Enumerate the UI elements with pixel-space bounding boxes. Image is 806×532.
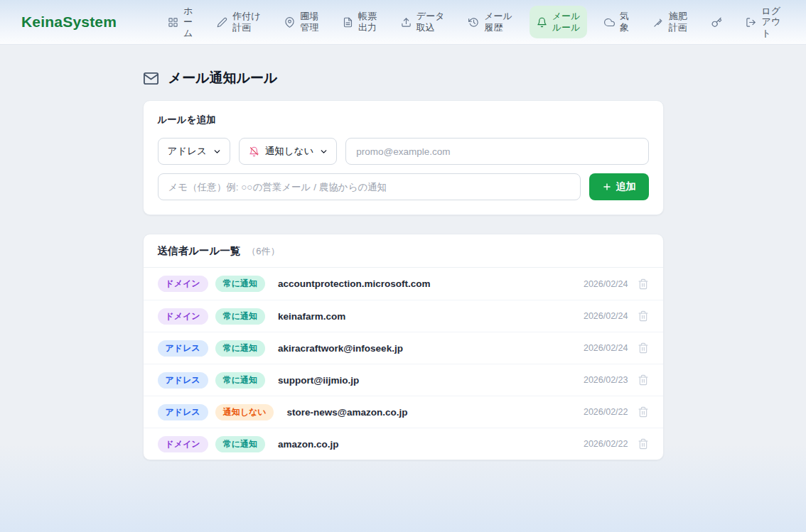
rule-type-badge: アドレス	[158, 372, 208, 389]
nav-item-mail-rules[interactable]: メール ルール	[530, 6, 588, 38]
nav-item-label: 気 象	[620, 11, 629, 33]
rule-address: akiracraftwork@infoseek.jp	[278, 343, 403, 354]
page-title: メール通知ルール	[168, 69, 278, 87]
nav-item-label: 帳票 出力	[358, 11, 377, 33]
trowel-icon	[653, 17, 664, 28]
nav-item-planting[interactable]: 作付け 計画	[210, 6, 267, 38]
delete-rule-button[interactable]	[638, 278, 649, 290]
nav-item-label: ホ ー ム	[183, 6, 193, 39]
top-navigation-bar: KeinaSystem ホ ー ム作付け 計画圃場 管理帳票 出力データ 取込メ…	[0, 0, 806, 45]
trash-icon	[638, 438, 649, 450]
nav-item-import[interactable]: データ 取込	[394, 6, 452, 38]
rule-type-badge: ドメイン	[158, 276, 208, 292]
rule-date: 2026/02/23	[584, 375, 628, 385]
rule-type-value: アドレス	[168, 145, 207, 158]
brand-logo[interactable]: KeinaSystem	[21, 13, 117, 31]
nav-item-label: ログ アウ ト	[761, 6, 780, 39]
rule-type-select[interactable]: アドレス	[158, 138, 230, 165]
rule-action-badge: 通知しない	[215, 404, 274, 420]
nav-item-label: メール 履歴	[484, 11, 512, 33]
rule-address: store-news@amazon.co.jp	[286, 407, 407, 418]
mail-icon	[143, 70, 159, 87]
rule-type-badge: ドメイン	[158, 308, 208, 325]
email-field[interactable]	[345, 138, 648, 165]
key-icon	[711, 17, 722, 28]
rule-type-badge: アドレス	[158, 340, 208, 357]
rule-action-badge: 常に通知	[215, 372, 265, 389]
rule-action-select[interactable]: 通知しない	[239, 138, 337, 165]
history-icon	[468, 17, 479, 28]
map-pin-icon	[284, 17, 295, 28]
main-nav: ホ ー ム作付け 計画圃場 管理帳票 出力データ 取込メール 履歴メール ルール…	[161, 1, 788, 44]
rule-address: accountprotection.microsoft.com	[278, 278, 431, 289]
trash-icon	[638, 342, 649, 354]
nav-item-home[interactable]: ホ ー ム	[161, 1, 200, 44]
nav-item-logout[interactable]: ログ アウ ト	[738, 1, 788, 44]
chevron-down-icon	[213, 147, 222, 156]
nav-item-reports[interactable]: 帳票 出力	[335, 6, 384, 38]
rules-count: （6件）	[247, 245, 279, 258]
sender-rules-card: 送信者ルール一覧 （6件） ドメイン常に通知accountprotection.…	[143, 234, 664, 460]
rule-type-badge: アドレス	[158, 404, 208, 420]
add-rule-label: ルールを追加	[158, 114, 649, 126]
rules-list: ドメイン常に通知accountprotection.microsoft.com2…	[144, 268, 663, 460]
rule-row: アドレス通知しないstore-news@amazon.co.jp2026/02/…	[144, 396, 663, 428]
rule-row: ドメイン常に通知accountprotection.microsoft.com2…	[144, 268, 663, 300]
plus-icon	[602, 182, 612, 192]
rule-address: keinafarm.com	[278, 311, 345, 322]
grid-icon	[168, 17, 178, 28]
add-rule-card: ルールを追加 アドレス 通知しない 追加	[143, 100, 664, 215]
add-rule-button[interactable]: 追加	[589, 173, 649, 200]
bell-icon	[537, 17, 547, 28]
rule-type-badge: ドメイン	[158, 436, 208, 452]
rules-list-title: 送信者ルール一覧	[158, 244, 241, 258]
delete-rule-button[interactable]	[638, 310, 649, 322]
delete-rule-button[interactable]	[638, 342, 649, 354]
rules-list-header: 送信者ルール一覧 （6件）	[144, 234, 663, 268]
rule-date: 2026/02/24	[584, 311, 628, 321]
log-out-icon	[746, 17, 756, 28]
rule-date: 2026/02/22	[584, 407, 628, 417]
chevron-down-icon	[319, 147, 328, 156]
delete-rule-button[interactable]	[638, 406, 649, 418]
trash-icon	[638, 278, 649, 290]
pencil-icon	[217, 17, 227, 28]
rule-action-badge: 常に通知	[215, 276, 265, 292]
rule-row: アドレス常に通知support@iijmio.jp2026/02/23	[144, 364, 663, 396]
nav-item-fertilizer[interactable]: 施肥 計画	[646, 6, 694, 38]
delete-rule-button[interactable]	[638, 438, 649, 450]
nav-item-mail-history[interactable]: メール 履歴	[461, 6, 520, 38]
delete-rule-button[interactable]	[638, 374, 649, 386]
upload-icon	[401, 17, 412, 28]
cloud-icon	[604, 17, 615, 28]
nav-item-label: 施肥 計画	[669, 11, 687, 33]
rule-date: 2026/02/22	[584, 439, 628, 449]
nav-item-label: メール ルール	[552, 11, 581, 33]
rule-row: ドメイン常に通知amazon.co.jp2026/02/22	[144, 428, 663, 460]
rule-row: ドメイン常に通知keinafarm.com2026/02/24	[144, 300, 663, 332]
nav-item-label: 圃場 管理	[300, 11, 318, 33]
rule-action-badge: 常に通知	[215, 436, 265, 452]
rule-row: アドレス常に通知akiracraftwork@infoseek.jp2026/0…	[144, 332, 663, 364]
trash-icon	[638, 406, 649, 418]
trash-icon	[638, 374, 649, 386]
page-header: メール通知ルール	[143, 45, 664, 87]
rule-address: support@iijmio.jp	[278, 375, 359, 386]
trash-icon	[638, 310, 649, 322]
nav-item-label: 作付け 計画	[232, 11, 260, 33]
rule-action-badge: 常に通知	[215, 340, 265, 357]
rule-action-value: 通知しない	[265, 145, 313, 158]
bell-off-icon	[249, 146, 259, 157]
nav-item-weather[interactable]: 気 象	[597, 6, 636, 38]
nav-item-label: データ 取込	[417, 11, 445, 33]
nav-item-key[interactable]	[704, 12, 729, 33]
rule-action-badge: 常に通知	[215, 308, 265, 325]
nav-item-fields[interactable]: 圃場 管理	[277, 6, 326, 38]
main-content: メール通知ルール ルールを追加 アドレス 通知しない	[0, 45, 806, 532]
rule-address: amazon.co.jp	[278, 439, 339, 450]
memo-field[interactable]	[158, 173, 581, 200]
rule-date: 2026/02/24	[584, 343, 628, 353]
file-icon	[343, 17, 353, 28]
rule-date: 2026/02/24	[584, 279, 628, 289]
